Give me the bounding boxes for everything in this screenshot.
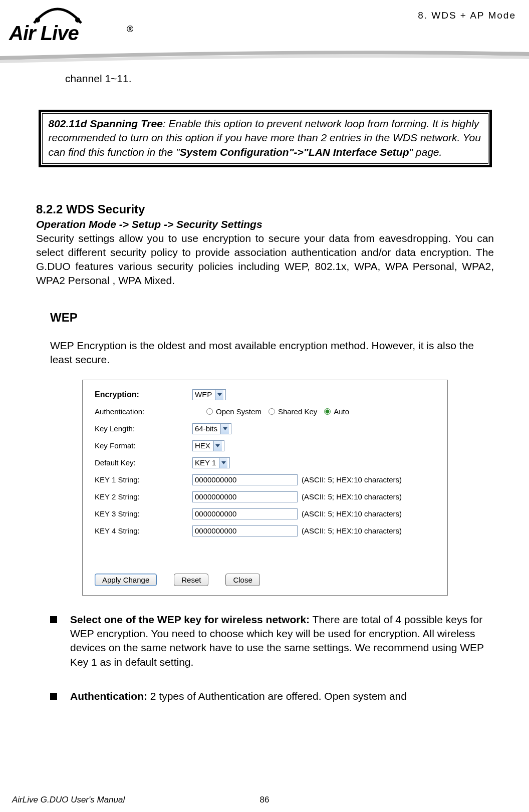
- breadcrumb: Operation Mode -> Setup -> Security Sett…: [36, 218, 494, 230]
- keylength-value: 64-bits: [195, 424, 217, 433]
- keylength-select[interactable]: 64-bits: [192, 423, 231, 434]
- keyformat-label: Key Format:: [95, 441, 192, 450]
- footer-title: AirLive G.DUO User's Manual: [12, 795, 125, 805]
- keyformat-select[interactable]: HEX: [192, 440, 224, 451]
- auth-shared-key[interactable]: Shared Key: [269, 407, 317, 416]
- encryption-value: WEP: [195, 390, 212, 399]
- defaultkey-select[interactable]: KEY 1: [192, 457, 230, 468]
- key1-hint: (ASCII: 5; HEX:10 characters): [302, 475, 402, 484]
- bullet-authentication: Authentication: 2 types of Authenticatio…: [50, 689, 494, 703]
- bullet-select-key: Select one of the WEP key for wireless n…: [50, 613, 494, 669]
- page-header: Air Live ® 8. WDS + AP Mode: [0, 0, 529, 58]
- page-footer: AirLive G.DUO User's Manual 86: [0, 795, 529, 805]
- key2-label: KEY 2 String:: [95, 492, 192, 501]
- button-row: Apply Change Reset Close: [83, 565, 447, 595]
- bullet2-title: Authentication:: [70, 690, 147, 702]
- key2-input[interactable]: [192, 491, 298, 502]
- section-heading: 8.2.2 WDS Security: [36, 202, 494, 216]
- note-prefix: 802.11d Spanning Tree: [49, 118, 163, 129]
- key1-input[interactable]: [192, 474, 298, 485]
- chevron-down-icon: [213, 441, 222, 451]
- registered-icon: ®: [127, 24, 133, 35]
- section-label: 8. WDS + AP Mode: [418, 10, 516, 21]
- intro-text: channel 1~11.: [65, 73, 494, 85]
- key3-row: KEY 3 String: (ASCII: 5; HEX:10 characte…: [83, 505, 447, 522]
- key4-input[interactable]: [192, 525, 298, 536]
- key1-label: KEY 1 String:: [95, 475, 192, 484]
- logo-text: Air Live: [9, 22, 79, 45]
- key2-hint: (ASCII: 5; HEX:10 characters): [302, 492, 402, 501]
- authentication-radio-group: Open System Shared Key Auto: [206, 407, 349, 416]
- key1-row: KEY 1 String: (ASCII: 5; HEX:10 characte…: [83, 471, 447, 488]
- key4-label: KEY 4 String:: [95, 526, 192, 535]
- chevron-down-icon: [215, 390, 223, 400]
- keylength-label: Key Length:: [95, 424, 192, 433]
- defaultkey-value: KEY 1: [195, 458, 216, 467]
- key4-row: KEY 4 String: (ASCII: 5; HEX:10 characte…: [83, 522, 447, 539]
- apply-change-button[interactable]: Apply Change: [95, 574, 157, 586]
- content-area: channel 1~11. 802.11d Spanning Tree: Ena…: [0, 58, 529, 703]
- key3-hint: (ASCII: 5; HEX:10 characters): [302, 509, 402, 518]
- header-divider-icon: [0, 49, 529, 64]
- page-number: 86: [260, 795, 270, 805]
- close-button[interactable]: Close: [225, 574, 259, 586]
- chevron-down-icon: [219, 458, 227, 468]
- key3-input[interactable]: [192, 508, 298, 519]
- wep-screenshot: Encryption: WEP Authentication: Open Sys…: [82, 380, 448, 596]
- wep-body: WEP Encryption is the oldest and most av…: [50, 339, 494, 367]
- note-text: 802.11d Spanning Tree: Enable this optio…: [42, 113, 488, 164]
- note-box: 802.11d Spanning Tree: Enable this optio…: [39, 110, 492, 167]
- defaultkey-label: Default Key:: [95, 458, 192, 467]
- bullet1-title: Select one of the WEP key for wireless n…: [70, 614, 310, 625]
- auth-auto[interactable]: Auto: [324, 407, 349, 416]
- bullet-icon: [50, 693, 57, 700]
- section-body: Security settings allow you to use encry…: [36, 231, 494, 288]
- bullet-icon: [50, 616, 57, 623]
- reset-button[interactable]: Reset: [174, 574, 208, 586]
- bullet2-body: 2 types of Authentication are offered. O…: [147, 690, 407, 702]
- key2-row: KEY 2 String: (ASCII: 5; HEX:10 characte…: [83, 488, 447, 505]
- chevron-down-icon: [220, 424, 229, 434]
- note-bold2: System Configuration"->"LAN Interface Se…: [179, 146, 409, 158]
- encryption-label: Encryption:: [95, 390, 192, 399]
- page: Air Live ® 8. WDS + AP Mode channel 1~11…: [0, 0, 529, 812]
- wep-heading: WEP: [50, 311, 494, 325]
- auth-open-system[interactable]: Open System: [206, 407, 261, 416]
- authentication-label: Authentication:: [95, 407, 192, 416]
- key4-hint: (ASCII: 5; HEX:10 characters): [302, 526, 402, 535]
- encryption-select[interactable]: WEP: [192, 389, 226, 400]
- key3-label: KEY 3 String:: [95, 509, 192, 518]
- note-tail: " page.: [409, 146, 442, 158]
- keyformat-value: HEX: [195, 441, 210, 450]
